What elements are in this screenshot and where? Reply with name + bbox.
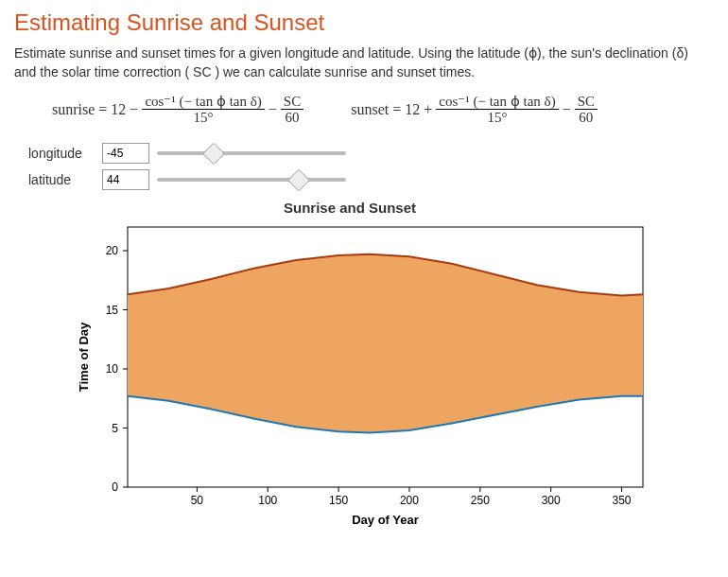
svg-text:Time of Day: Time of Day <box>77 322 91 392</box>
sunset-formula: sunset = 12 + cos⁻¹ (− tan ϕ tan δ) 15° … <box>351 94 598 126</box>
slider-track <box>157 178 346 182</box>
fraction-1-den: 15° <box>191 110 217 126</box>
chart-title: Sunrise and Sunset <box>71 200 629 216</box>
svg-text:Day of Year: Day of Year <box>352 513 419 527</box>
svg-text:0: 0 <box>112 481 118 494</box>
svg-text:50: 50 <box>191 494 204 507</box>
sunrise-sunset-chart: 5010015020025030035005101520Day of YearT… <box>71 218 657 530</box>
svg-text:10: 10 <box>106 362 119 376</box>
svg-text:300: 300 <box>542 494 561 507</box>
fraction-3-num: cos⁻¹ (− tan ϕ tan δ) <box>436 94 558 111</box>
svg-text:200: 200 <box>400 494 419 507</box>
fraction-4-den: 60 <box>576 110 596 126</box>
description-text: Estimate sunrise and sunset times for a … <box>14 44 714 82</box>
sunrise-formula: sunrise = 12 − cos⁻¹ (− tan ϕ tan δ) 15°… <box>52 94 303 126</box>
chart-container: Sunrise and Sunset 501001502002503003500… <box>14 200 714 530</box>
formula-row: sunrise = 12 − cos⁻¹ (− tan ϕ tan δ) 15°… <box>14 94 714 126</box>
fraction-1-num: cos⁻¹ (− tan ϕ tan δ) <box>142 94 264 111</box>
sunrise-lhs: sunrise = 12 − <box>52 101 138 118</box>
svg-text:5: 5 <box>112 421 118 434</box>
fraction-4: SC 60 <box>575 94 598 126</box>
svg-text:350: 350 <box>613 494 632 507</box>
fraction-3: cos⁻¹ (− tan ϕ tan δ) 15° <box>436 94 558 126</box>
latitude-label: latitude <box>28 172 95 187</box>
minus-sign: − <box>269 101 277 118</box>
sunset-lhs: sunset = 12 + <box>351 101 432 118</box>
longitude-input[interactable] <box>102 143 149 164</box>
latitude-slider[interactable] <box>157 171 346 188</box>
fraction-3-den: 15° <box>484 110 510 126</box>
fraction-2-num: SC <box>281 94 303 111</box>
svg-text:15: 15 <box>106 303 119 316</box>
fraction-2-den: 60 <box>283 110 303 126</box>
minus-sign-2: − <box>563 101 571 118</box>
latitude-control: latitude <box>28 169 714 190</box>
longitude-control: longitude <box>28 143 714 164</box>
svg-text:20: 20 <box>106 244 119 257</box>
fraction-4-num: SC <box>575 94 598 111</box>
latitude-input[interactable] <box>102 169 149 190</box>
page-title: Estimating Sunrise and Sunset <box>14 9 714 36</box>
slider-thumb[interactable] <box>202 142 225 165</box>
fraction-2: SC 60 <box>281 94 303 126</box>
longitude-slider[interactable] <box>157 145 346 162</box>
longitude-label: longitude <box>28 146 95 161</box>
controls-panel: longitude latitude <box>14 143 714 190</box>
fraction-1: cos⁻¹ (− tan ϕ tan δ) 15° <box>142 94 264 126</box>
slider-thumb[interactable] <box>287 168 310 191</box>
svg-text:250: 250 <box>471 494 490 507</box>
svg-text:150: 150 <box>329 494 348 507</box>
svg-text:100: 100 <box>258 494 277 507</box>
slider-track <box>157 151 346 155</box>
